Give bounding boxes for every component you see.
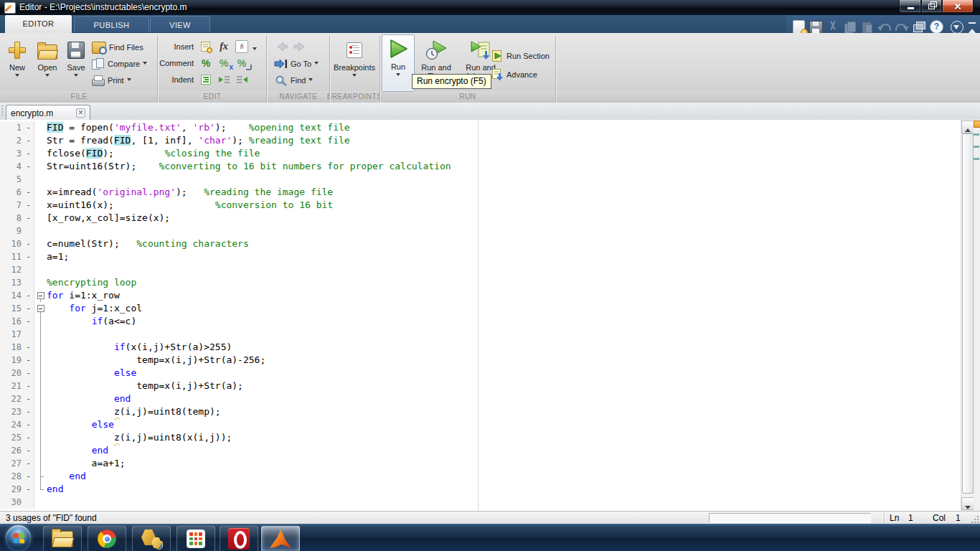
breakpoint-gutter[interactable]: - [23, 134, 34, 147]
minimize-button[interactable] [899, 0, 921, 13]
code-line[interactable]: 14-for i=1:x_row [0, 289, 961, 302]
insert-section-button[interactable] [199, 40, 212, 53]
code-line[interactable]: 19- temp=x(i,j)+Str(a)-256; [0, 354, 961, 367]
code-line[interactable]: 4-Str=uint16(Str); %converting to 16 bit… [0, 160, 961, 173]
restore-button[interactable] [921, 0, 942, 13]
code-line[interactable]: 7-x=uint16(x); %conversion to 16 bit [0, 199, 961, 212]
code-line[interactable]: 30 [0, 496, 961, 509]
insert-code-button[interactable]: fi [235, 40, 248, 53]
find-files-button[interactable]: Find Files [92, 40, 143, 55]
breakpoint-gutter[interactable]: - [23, 199, 34, 212]
resize-grip[interactable] [971, 516, 979, 523]
uncomment-button[interactable]: % x [217, 57, 230, 70]
breakpoints-button[interactable]: Breakpoints [331, 37, 377, 79]
code-line[interactable]: 20- else [0, 367, 961, 380]
taskbar-opera-button[interactable] [220, 526, 258, 551]
breakpoint-gutter[interactable]: - [23, 405, 34, 418]
code-line[interactable]: 26- end [0, 444, 961, 457]
code-line[interactable]: 18- if(x(i,j)+Str(a)>255) [0, 341, 961, 354]
code-line[interactable]: 1-FID = fopen('myfile.txt', 'rb'); %open… [0, 121, 961, 134]
code-line[interactable]: 21- temp=x(i,j)+Str(a); [0, 380, 961, 392]
scrollbar-thumb[interactable] [962, 133, 974, 494]
code-line[interactable]: 27- a=a+1; [0, 457, 961, 470]
breakpoint-gutter[interactable]: - [23, 237, 34, 250]
breakpoint-gutter[interactable] [23, 225, 34, 237]
insert-function-button[interactable]: fx [217, 40, 230, 53]
breakpoint-gutter[interactable]: - [23, 483, 34, 496]
insert-dropdown-icon[interactable] [253, 47, 257, 52]
breakpoint-gutter[interactable]: - [23, 354, 34, 367]
code-line[interactable]: 12 [0, 263, 961, 276]
code-line[interactable]: 17 [0, 328, 961, 341]
taskbar-explorer-button[interactable] [43, 526, 82, 551]
goto-button[interactable]: Go To [273, 57, 319, 71]
taskbar-matlab-button[interactable] [261, 526, 300, 551]
code-line[interactable]: 9 [0, 225, 961, 237]
code-line[interactable]: 24- else [0, 418, 961, 431]
code-line[interactable]: 15- for j=1:x_col [0, 302, 961, 315]
breakpoint-gutter[interactable]: - [23, 392, 34, 405]
wrap-comments-button[interactable]: % [235, 57, 248, 70]
taskbar-hex-tool-button[interactable] [132, 526, 171, 551]
code-line[interactable]: 13%encrypting loop [0, 276, 961, 289]
save-button[interactable]: Save [63, 37, 89, 79]
code-line[interactable]: 23- z(i,j)=uint8(temp); [0, 405, 961, 418]
breakpoint-gutter[interactable]: - [23, 444, 34, 457]
breakpoint-gutter[interactable]: - [23, 250, 34, 263]
breakpoint-gutter[interactable]: - [23, 212, 34, 225]
forward-button[interactable] [293, 40, 306, 53]
fold-margin[interactable] [34, 289, 47, 302]
breakpoint-gutter[interactable]: - [23, 341, 34, 354]
warning-indicator-icon[interactable] [974, 121, 980, 128]
code-line[interactable]: 8-[x_row,x_col]=size(x); [0, 212, 961, 225]
code-line[interactable]: 6-x=imread('original.png'); %reading the… [0, 186, 961, 199]
breakpoint-gutter[interactable] [23, 328, 34, 341]
usage-marker[interactable] [974, 158, 979, 160]
start-button[interactable] [6, 525, 31, 550]
indent-right-button[interactable] [217, 73, 230, 86]
document-tab-encrypto[interactable]: encrypto.m × [6, 105, 90, 121]
scroll-down-button[interactable] [961, 497, 974, 510]
code-line[interactable]: 25- z(i,j)=uint8(x(i,j)); [0, 431, 961, 444]
breakpoint-gutter[interactable]: - [23, 302, 34, 315]
code-line[interactable]: 11-a=1; [0, 250, 961, 263]
breakpoint-gutter[interactable]: - [23, 380, 34, 392]
breakpoint-gutter[interactable]: - [23, 315, 34, 328]
breakpoint-gutter[interactable] [23, 276, 34, 289]
close-button[interactable] [942, 0, 974, 13]
smart-indent-button[interactable] [199, 73, 212, 86]
usage-marker[interactable] [974, 133, 979, 136]
code-line[interactable]: 3-fclose(FID); %closing the file [0, 147, 961, 160]
breakpoint-gutter[interactable]: - [23, 121, 34, 134]
run-button[interactable]: Run [382, 34, 415, 92]
code-line[interactable]: 28- end [0, 470, 961, 483]
taskbar-chrome-button[interactable] [88, 526, 126, 551]
find-button[interactable]: Find [275, 73, 313, 88]
breakpoint-gutter[interactable] [23, 173, 34, 186]
open-button[interactable]: Open [33, 37, 62, 79]
code-line[interactable]: 10-c=numel(Str); %counting characters [0, 237, 961, 250]
breakpoint-gutter[interactable]: - [23, 147, 34, 160]
tab-publish[interactable]: PUBLISH [74, 16, 149, 32]
usage-marker[interactable] [974, 146, 979, 148]
code-editor[interactable]: 1-FID = fopen('myfile.txt', 'rb'); %open… [0, 120, 980, 511]
breakpoint-gutter[interactable]: - [23, 431, 34, 444]
taskbar-app-grid-button[interactable] [176, 526, 215, 551]
tab-editor[interactable]: EDITOR [5, 15, 72, 33]
breakpoint-gutter[interactable]: - [23, 186, 34, 199]
scroll-up-button[interactable] [961, 121, 974, 133]
code-line[interactable]: 2-Str = fread(FID, [1, inf], 'char'); %r… [0, 134, 961, 147]
breakpoint-gutter[interactable]: - [23, 289, 34, 302]
editor-scrollbar[interactable] [961, 120, 974, 511]
code-area[interactable]: 1-FID = fopen('myfile.txt', 'rb'); %open… [0, 121, 961, 509]
code-line[interactable]: 16- if(a<=c) [0, 315, 961, 328]
code-line[interactable]: 29-end [0, 483, 961, 496]
back-button[interactable] [275, 40, 288, 53]
fold-margin[interactable] [34, 302, 47, 315]
code-line[interactable]: 22- end [0, 392, 961, 405]
comment-button[interactable]: % [199, 57, 212, 70]
indent-left-button[interactable] [235, 73, 248, 86]
print-button[interactable]: Print [92, 73, 131, 88]
breakpoint-gutter[interactable]: - [23, 367, 34, 380]
breakpoint-gutter[interactable] [23, 263, 34, 276]
